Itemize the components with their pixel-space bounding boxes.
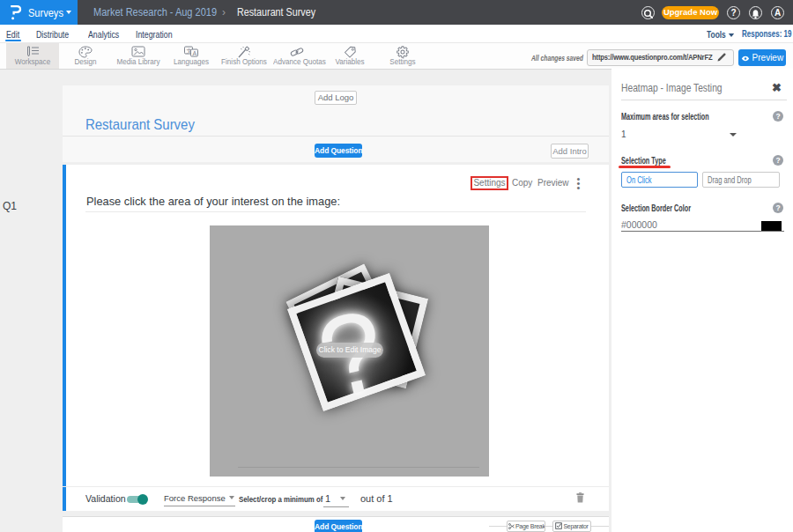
- svg-text:A: A: [193, 50, 197, 56]
